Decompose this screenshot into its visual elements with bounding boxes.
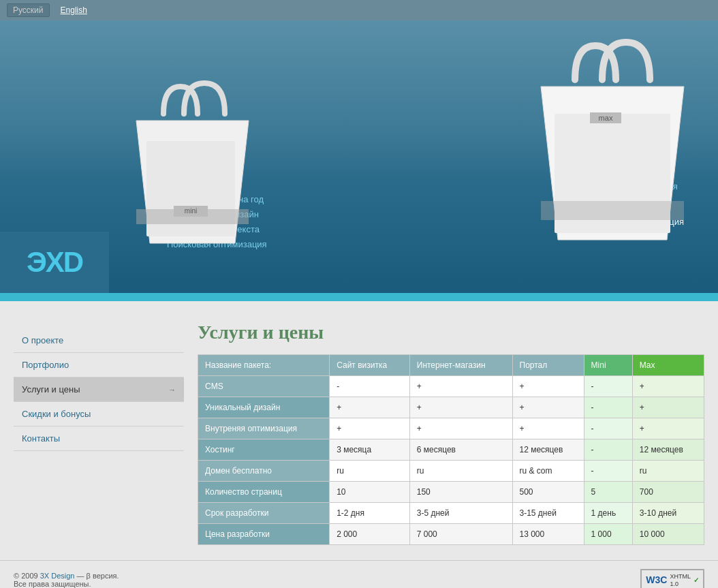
table-body: CMS-++-+Уникальный дизайн+++-+Внутреняя … (198, 376, 704, 545)
row-label-5: Количество страниц (198, 482, 330, 503)
table-cell-r2-c2: + (512, 418, 584, 439)
content-area: Услуги и цены Название пакета:Сайт визит… (198, 315, 704, 546)
table-cell-r7-c1: 7 000 (409, 524, 512, 545)
table-cell-r6-c0: 1-2 дня (330, 503, 410, 524)
table-cell-r6-c4: 3-10 дней (632, 503, 704, 524)
table-cell-r7-c3: 1 000 (584, 524, 632, 545)
row-label-4: Домен бесплатно (198, 461, 330, 482)
bag-mini-svg: mini (116, 73, 266, 250)
sidebar-item-портфолио[interactable]: Портфолио (14, 353, 184, 377)
sidebar-item-label: Портфолио (22, 360, 69, 370)
table-row: Хостинг3 месяца6 месяцев12 месяцев-12 ме… (198, 439, 704, 461)
table-row: Срок разработки1-2 дня3-5 дней3-15 дней1… (198, 503, 704, 524)
footer: © 2009 3X Design — β версия. Все права з… (0, 560, 718, 588)
table-cell-r3-c2: 12 месяцев (512, 439, 584, 461)
xhtml-text-container: XHTML1.0 (670, 572, 691, 587)
sidebar-item-label: О проекте (22, 335, 63, 345)
table-cell-r0-c3: - (584, 376, 632, 397)
teal-band (0, 293, 718, 301)
table-cell-r1-c0: + (330, 397, 410, 418)
table-cell-r2-c3: - (584, 418, 632, 439)
table-header-cell-2: Интернет-магазин (409, 355, 512, 376)
table-cell-r4-c4: ru (632, 461, 704, 482)
sidebar-item-контакты[interactable]: Контакты (14, 427, 184, 451)
table-row: Цена разработки2 0007 00013 0001 00010 0… (198, 524, 704, 545)
language-bar: Русский English (0, 0, 718, 20)
hero-inner: mini Надёжная CMS*Хостинг & домен на год… (0, 20, 718, 293)
table-cell-r1-c1: + (409, 397, 512, 418)
sidebar-item-услуги-и-цены[interactable]: Услуги и цены→ (14, 377, 184, 402)
russian-lang-button[interactable]: Русский (7, 3, 50, 17)
table-row: Домен бесплатноrururu & com-ru (198, 461, 704, 482)
table-cell-r6-c3: 1 день (584, 503, 632, 524)
table-cell-r0-c0: - (330, 376, 410, 397)
table-cell-r1-c3: - (584, 397, 632, 418)
table-cell-r4-c2: ru & com (512, 461, 584, 482)
table-row: CMS-++-+ (198, 376, 704, 397)
sidebar-item-скидки-и-бонусы[interactable]: Скидки и бонусы (14, 402, 184, 427)
table-cell-r0-c1: + (409, 376, 512, 397)
table-header-cell-0: Название пакета: (198, 355, 330, 376)
hero-section: mini Надёжная CMS*Хостинг & домен на год… (0, 20, 718, 293)
table-cell-r4-c1: ru (409, 461, 512, 482)
main-layout: О проектеПортфолиоУслуги и цены→Скидки и… (0, 301, 718, 560)
row-label-2: Внутреняя оптимизация (198, 418, 330, 439)
sidebar-nav: О проектеПортфолиоУслуги и цены→Скидки и… (14, 328, 184, 451)
footer-copyright: © 2009 (14, 572, 38, 580)
logo-text: ЭXD (27, 246, 82, 279)
table-cell-r3-c3: - (584, 439, 632, 461)
sidebar: О проектеПортфолиоУслуги и цены→Скидки и… (14, 315, 184, 546)
table-header-cell-1: Сайт визитка (330, 355, 410, 376)
bag-mini-container: mini (116, 73, 266, 252)
svg-text:mini: mini (185, 207, 197, 215)
table-cell-r1-c4: + (632, 397, 704, 418)
sidebar-arrow-icon: → (168, 386, 176, 394)
english-lang-button[interactable]: English (55, 4, 93, 16)
table-cell-r5-c1: 150 (409, 482, 512, 503)
table-cell-r7-c4: 10 000 (632, 524, 704, 545)
footer-rights: Все права защищены. (14, 580, 91, 588)
table-cell-r5-c2: 500 (512, 482, 584, 503)
table-header-cell-4: Mini (584, 355, 632, 376)
table-header: Название пакета:Сайт визиткаИнтернет-маг… (198, 355, 704, 376)
bag-max-svg: max (520, 32, 704, 250)
xhtml-text: XHTML1.0 (670, 573, 691, 587)
table-cell-r7-c0: 2 000 (330, 524, 410, 545)
table-cell-r7-c2: 13 000 (512, 524, 584, 545)
table-cell-r1-c2: + (512, 397, 584, 418)
svg-text:max: max (599, 114, 613, 122)
table-row: Внутреняя оптимизация+++-+ (198, 418, 704, 439)
table-cell-r6-c1: 3-5 дней (409, 503, 512, 524)
row-label-3: Хостинг (198, 439, 330, 461)
table-cell-r5-c3: 5 (584, 482, 632, 503)
bag-max-container: max (520, 32, 704, 252)
svg-rect-5 (541, 201, 684, 220)
table-row: Уникальный дизайн+++-+ (198, 397, 704, 418)
footer-beta: — β версия. (77, 572, 119, 580)
table-header-cell-5: Max (632, 355, 704, 376)
table-cell-r0-c4: + (632, 376, 704, 397)
table-cell-r2-c1: + (409, 418, 512, 439)
footer-left: © 2009 3X Design — β версия. Все права з… (14, 572, 119, 588)
sidebar-item-label: Скидки и бонусы (22, 409, 91, 419)
table-row: Количество страниц101505005700 (198, 482, 704, 503)
footer-company-link[interactable]: 3X Design (40, 572, 75, 580)
w3c-text: W3C (646, 574, 667, 585)
sidebar-item-о-проекте[interactable]: О проекте (14, 328, 184, 353)
sidebar-item-label: Услуги и цены (22, 384, 80, 394)
table-header-row: Название пакета:Сайт визиткаИнтернет-маг… (198, 355, 704, 376)
row-label-6: Срок разработки (198, 503, 330, 524)
table-cell-r4-c3: - (584, 461, 632, 482)
table-cell-r5-c4: 700 (632, 482, 704, 503)
pricing-table: Название пакета:Сайт визиткаИнтернет-маг… (198, 354, 704, 545)
table-cell-r4-c0: ru (330, 461, 410, 482)
check-icon: ✓ (693, 576, 699, 584)
table-header-cell-3: Портал (512, 355, 584, 376)
row-label-1: Уникальный дизайн (198, 397, 330, 418)
table-cell-r2-c0: + (330, 418, 410, 439)
table-cell-r2-c4: + (632, 418, 704, 439)
row-label-7: Цена разработки (198, 524, 330, 545)
table-cell-r6-c2: 3-15 дней (512, 503, 584, 524)
logo-box: ЭXD (0, 232, 109, 293)
page-title: Услуги и цены (198, 322, 704, 343)
